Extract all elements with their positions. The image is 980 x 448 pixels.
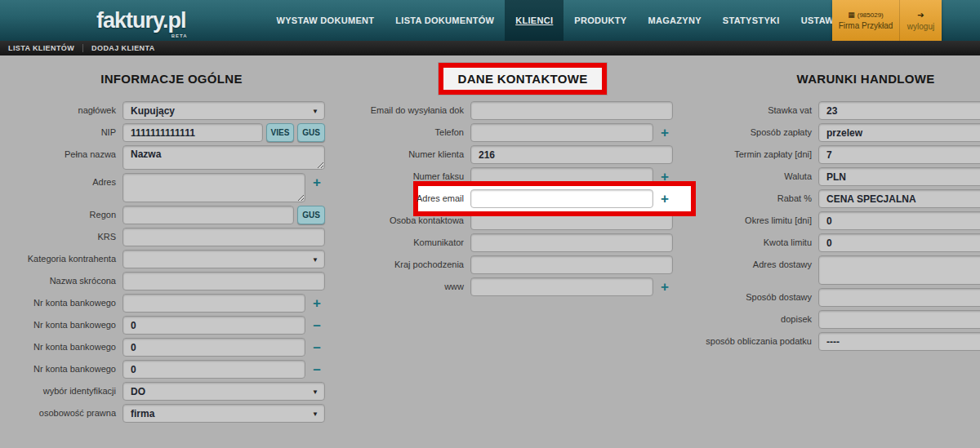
naglowek-row: nagłówekKupujący▼	[0, 101, 343, 120]
telefon-control: +	[470, 123, 673, 142]
telefon-row: Telefon+	[359, 123, 686, 142]
nav-item-wystaw-dokument[interactable]: WYSTAW DOKUMENT	[266, 0, 385, 41]
adres-email-input[interactable]	[470, 189, 653, 208]
stawka-vat-input[interactable]	[818, 101, 980, 120]
logout-button[interactable]: ➔ wyloguj	[899, 0, 942, 41]
nr-konta-4-label: Nr konta bankowego	[0, 360, 122, 374]
kraj-pochodzenia-input[interactable]	[470, 255, 673, 274]
krs-input[interactable]	[122, 228, 325, 246]
sposob-obliczania-podatku-input[interactable]	[818, 332, 980, 351]
rabat-label: Rabat %	[702, 189, 818, 203]
nazwa-skrocona-input[interactable]	[122, 272, 325, 291]
nr-konta-3-label: Nr konta bankowego	[0, 338, 122, 352]
sposob-zaplaty-row: Sposób zapłaty	[702, 123, 980, 142]
nr-konta-3-input[interactable]	[122, 338, 305, 357]
top-navbar: faktury.plBETA WYSTAW DOKUMENTLISTA DOKU…	[0, 0, 980, 41]
www-input[interactable]	[470, 277, 653, 296]
company-icon: ▦	[848, 11, 855, 19]
adres-dostawy-row: Adres dostawy	[702, 255, 980, 285]
kwota-limitu-row: Kwota limitu	[702, 233, 980, 252]
sposob-zaplaty-label: Sposób zapłaty	[702, 123, 818, 137]
termin-zaplaty-row: Termin zapłaty [dni]	[702, 145, 980, 164]
krs-control	[122, 228, 325, 246]
okres-limitu-input[interactable]	[818, 211, 980, 230]
nr-konta-2-input[interactable]	[122, 316, 305, 335]
wybor-identyfikacji-row: wybór identyfikacjiDO▼	[0, 382, 343, 401]
pelna-nazwa-textarea[interactable]	[122, 145, 325, 170]
dopisek-input[interactable]	[818, 310, 980, 329]
okres-limitu-row: Okres limitu [dni]	[702, 211, 980, 230]
komunikator-input[interactable]	[470, 233, 673, 252]
kategoria-kontrahenta-control: ▼	[122, 250, 325, 268]
www-add-button[interactable]: +	[657, 277, 673, 296]
sposob-obliczania-podatku-label: sposób obliczania podatku	[702, 332, 818, 346]
telefon-input[interactable]	[470, 123, 653, 142]
nav-item-produkty[interactable]: PRODUKTY	[564, 0, 637, 41]
gus-button[interactable]: GUS	[297, 206, 325, 224]
kategoria-kontrahenta-label: Kategoria kontrahenta	[0, 250, 122, 264]
nav-item-lista-dokumentów[interactable]: LISTA DOKUMENTÓW	[385, 0, 505, 41]
email-do-wysylania-dok-input[interactable]	[470, 101, 673, 120]
termin-zaplaty-control	[818, 145, 980, 164]
sposob-dostawy-control	[818, 288, 980, 307]
komunikator-row: Komunikator	[359, 233, 686, 252]
wybor-identyfikacji-select[interactable]: DO▼	[122, 382, 325, 401]
nr-konta-2-remove-button[interactable]: –	[309, 316, 325, 335]
subnav-item-dodaj-klienta[interactable]: DODAJ KLIENTA	[83, 44, 163, 52]
logo-text: faktury.plBETA	[96, 8, 186, 33]
chevron-down-icon: ▼	[312, 410, 318, 418]
nr-konta-4-row: Nr konta bankowego–	[0, 360, 343, 379]
adres-email-add-button[interactable]: +	[657, 189, 673, 208]
gus-button[interactable]: GUS	[297, 123, 325, 142]
nr-konta-4-input[interactable]	[122, 360, 305, 379]
nav-item-klienci[interactable]: KLIENCI	[505, 0, 564, 41]
nr-konta-4-remove-button[interactable]: –	[309, 360, 325, 379]
sub-navbar: LISTA KLIENTÓWDODAJ KLIENTA	[0, 41, 980, 55]
naglowek-select[interactable]: Kupujący▼	[122, 101, 325, 120]
nr-konta-1-row: Nr konta bankowego+	[0, 294, 343, 313]
vies-button[interactable]: VIES	[266, 123, 295, 142]
nr-konta-1-add-button[interactable]: +	[309, 294, 325, 313]
regon-input[interactable]	[122, 206, 294, 224]
sposob-dostawy-input[interactable]	[818, 288, 980, 307]
logo[interactable]: faktury.plBETA	[96, 0, 186, 41]
nip-input[interactable]	[122, 123, 263, 142]
sposob-zaplaty-input[interactable]	[818, 123, 980, 142]
adres-textarea[interactable]	[122, 173, 305, 202]
selected-value: Kupujący	[131, 105, 175, 117]
nav-item-statystyki[interactable]: STATYSTYKI	[712, 0, 791, 41]
kwota-limitu-input[interactable]	[818, 233, 980, 252]
subnav-item-lista-klientów[interactable]: LISTA KLIENTÓW	[0, 44, 82, 52]
waluta-input[interactable]	[818, 167, 980, 186]
rabat-input[interactable]	[818, 189, 980, 208]
osobowosc-prawna-select[interactable]: firma▼	[122, 404, 325, 423]
dopisek-row: dopisek	[702, 310, 980, 329]
regon-label: Regon	[0, 206, 122, 220]
pelna-nazwa-control	[122, 145, 325, 170]
regon-row: RegonGUS	[0, 206, 343, 224]
numer-klienta-input[interactable]	[470, 145, 673, 164]
adres-add-button[interactable]: +	[309, 173, 325, 192]
komunikator-label: Komunikator	[359, 233, 470, 247]
dopisek-control	[818, 310, 980, 329]
nr-konta-3-remove-button[interactable]: –	[309, 338, 325, 357]
nazwa-skrocona-row: Nazwa skrócona	[0, 272, 343, 291]
general-title: INFORMACJE OGÓLNE	[100, 72, 242, 86]
www-row: www+	[359, 277, 686, 296]
contact-title-annotation: DANE KONTAKTOWE	[439, 63, 608, 95]
user-company-button[interactable]: ▦ (985029) Firma Przykład	[832, 0, 899, 41]
stawka-vat-row: Stawka vat	[702, 101, 980, 120]
kategoria-kontrahenta-select[interactable]: ▼	[122, 250, 325, 268]
adres-dostawy-control	[818, 255, 980, 285]
numer-faksu-label: Numer faksu	[359, 167, 470, 181]
nav-item-magazyny[interactable]: MAGAZYNY	[637, 0, 711, 41]
telefon-label: Telefon	[359, 123, 470, 137]
telefon-add-button[interactable]: +	[657, 123, 673, 142]
nr-konta-1-input[interactable]	[122, 294, 305, 313]
adres-email-row: Adres email+	[359, 189, 686, 208]
nr-konta-2-row: Nr konta bankowego–	[0, 316, 343, 335]
termin-zaplaty-input[interactable]	[818, 145, 980, 164]
adres-dostawy-textarea[interactable]	[818, 255, 980, 285]
logout-label: wyloguj	[907, 22, 934, 31]
nip-label: NIP	[0, 123, 122, 137]
